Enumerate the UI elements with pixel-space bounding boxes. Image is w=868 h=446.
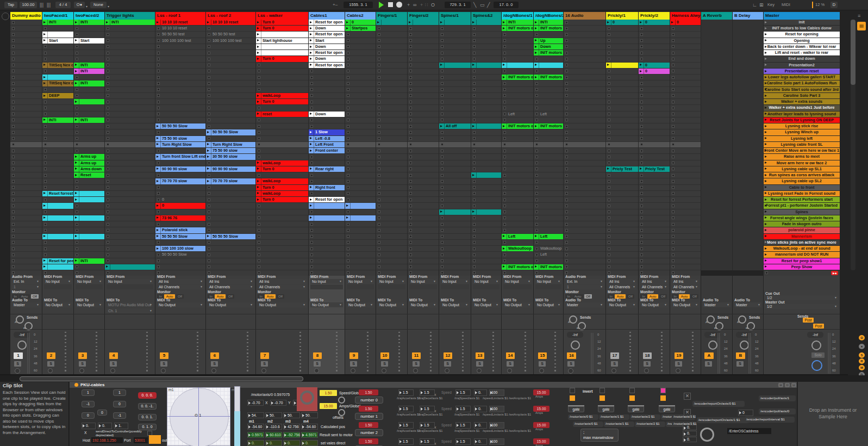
clip-stop-button[interactable] [347, 101, 349, 103]
axis-speed-value[interactable]: 1.50 [359, 438, 378, 444]
clip-stop-button[interactable] [44, 174, 47, 177]
clip-slot[interactable] [606, 136, 638, 141]
clip-slot[interactable] [564, 105, 605, 110]
clip-stop-button[interactable] [44, 70, 47, 72]
clip-slot[interactable] [670, 227, 701, 233]
clip[interactable]: 0 [639, 20, 670, 25]
speed-lim-numbox[interactable]: 0. [474, 406, 487, 412]
clip-slot[interactable] [376, 154, 407, 159]
scene[interactable]: polaroid pinne [764, 227, 840, 233]
clip-slot[interactable] [42, 178, 73, 184]
clip-stop-button[interactable] [378, 150, 380, 152]
clip-slot[interactable] [256, 63, 308, 68]
stop-all-track-button[interactable] [535, 271, 538, 274]
midi-to-dropdown[interactable]: No Output▼ [76, 302, 103, 307]
clip-slot[interactable]: 100 100 100 test [206, 38, 255, 44]
clip-slot[interactable] [471, 154, 501, 159]
clip-launch-button[interactable] [639, 166, 644, 172]
clip-slot[interactable] [155, 221, 205, 227]
clip-launch-button[interactable] [105, 20, 110, 25]
clip[interactable]: 0 [670, 20, 701, 25]
clip-slot[interactable] [564, 172, 605, 178]
clip-slot[interactable] [376, 240, 407, 245]
scene[interactable]: INIT motors to low Cables donw [764, 26, 840, 31]
clip-slot[interactable] [10, 209, 42, 215]
arm-button[interactable] [611, 368, 616, 373]
clip-stop-button[interactable] [44, 45, 47, 48]
clip-stop-button[interactable] [672, 125, 675, 128]
clip-stop-button[interactable] [208, 45, 210, 48]
clip-stop-button[interactable] [258, 143, 260, 146]
clip-stop-button[interactable] [672, 150, 675, 152]
midi-from-channel-blank[interactable] [409, 284, 437, 289]
clip-slot[interactable] [105, 166, 155, 172]
stop-all-track-button[interactable] [258, 271, 260, 274]
clip-stop-button[interactable] [565, 168, 568, 170]
clip-stop-button[interactable] [503, 45, 506, 48]
clip-launch-button[interactable] [534, 44, 539, 49]
clip[interactable]: 1 Slow [309, 129, 345, 135]
clip-slot[interactable] [74, 203, 104, 208]
clip-slot[interactable] [206, 69, 255, 74]
clip-stop-button[interactable] [409, 216, 412, 219]
clip-slot[interactable] [42, 69, 73, 74]
clip-stop-button[interactable] [473, 143, 476, 146]
arm-button[interactable] [568, 368, 573, 374]
clip-slot[interactable] [534, 258, 563, 264]
clip-slot[interactable] [42, 112, 73, 117]
clip-slot[interactable] [256, 154, 308, 159]
clip-stop-button[interactable] [347, 107, 349, 109]
clip-slot[interactable] [105, 185, 155, 190]
clip-stop-button[interactable] [672, 259, 675, 262]
clip-stop-button[interactable] [672, 241, 675, 244]
clip-stop-button[interactable] [378, 52, 380, 54]
clip-slot[interactable] [376, 93, 407, 98]
arm-button[interactable] [314, 368, 319, 373]
clip-slot[interactable] [309, 105, 345, 110]
clip-slot[interactable] [408, 246, 439, 251]
clip-launch-button[interactable] [42, 203, 48, 208]
scene[interactable]: Caroline Solo part 1 AutoFollows Run loo… [764, 80, 840, 86]
clip-stop-button[interactable] [503, 180, 506, 183]
clip-stop-button[interactable] [409, 64, 412, 66]
clip-stop-button[interactable] [378, 253, 380, 256]
clip-slot[interactable] [10, 172, 42, 178]
clip-slot[interactable] [10, 32, 42, 37]
clip-slot[interactable] [502, 240, 533, 245]
clip-stop-button[interactable] [565, 259, 568, 262]
clip-slot[interactable] [534, 203, 563, 208]
track-header-trigger-lights[interactable]: Trigger lights [105, 12, 155, 20]
clip-slot[interactable] [606, 252, 638, 257]
encoder-poll-0[interactable]: /encoder/poll/axis/0 [759, 408, 796, 414]
session-record-icon[interactable]: ∞ [413, 1, 416, 9]
clip-stop-button[interactable] [473, 265, 476, 268]
clip-launch-button[interactable] [534, 75, 539, 80]
clip-slot[interactable] [639, 209, 670, 215]
clip-stop-button[interactable] [535, 88, 538, 91]
clip[interactable]: Down [309, 112, 345, 117]
clip-slot[interactable] [639, 99, 670, 104]
clip-stop-button[interactable] [157, 186, 160, 189]
clip-slot[interactable] [376, 56, 407, 61]
clip-stop-button[interactable] [672, 174, 675, 177]
clip-stop-button[interactable] [565, 186, 568, 189]
clip-slot[interactable] [206, 123, 255, 129]
clip-slot[interactable] [670, 209, 701, 215]
clip-stop-button[interactable] [157, 107, 160, 109]
clip-stop-button[interactable] [347, 137, 349, 140]
clip-stop-button[interactable] [44, 199, 47, 201]
clip-slot[interactable] [606, 105, 638, 110]
clip-slot[interactable] [639, 258, 670, 264]
clip-stop-button[interactable] [378, 216, 380, 219]
clip-slot[interactable] [42, 99, 73, 104]
clip-slot[interactable] [309, 75, 345, 80]
clip-launch-button[interactable] [309, 44, 314, 49]
clip-slot[interactable] [564, 191, 605, 196]
clip-slot[interactable] [439, 252, 471, 257]
clip-slot[interactable] [639, 56, 670, 61]
clip-stop-button[interactable] [441, 52, 444, 54]
scene[interactable]: Caroline Solo Start solo sound after 3rd… [764, 87, 840, 92]
midi-from-dropdown[interactable]: No Input▼ [347, 279, 374, 284]
clip-slot[interactable] [206, 252, 255, 257]
clip-stop-button[interactable] [76, 253, 78, 256]
